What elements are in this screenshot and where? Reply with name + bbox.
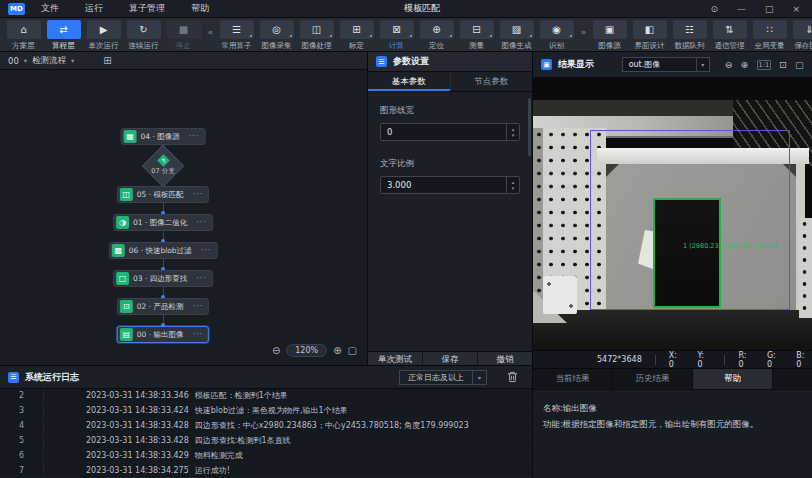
- log-row[interactable]: 22023-03-31 14:38:33.346模板匹配：检测到1个结果: [0, 389, 532, 404]
- theme-icon[interactable]: ⊙: [710, 4, 718, 14]
- zoom-level[interactable]: 120%: [286, 344, 327, 357]
- node-more-icon[interactable]: ···: [196, 218, 207, 227]
- log-panel-icon: ☰: [8, 372, 19, 383]
- result-panel-icon: ▣: [541, 59, 552, 70]
- toolbar-recognition[interactable]: ◉识别: [537, 20, 576, 51]
- binarization-node-icon: ◑: [116, 216, 129, 229]
- toolbar-collapse[interactable]: «: [204, 20, 217, 43]
- titlebar: MD 文件 运行 算子管理 帮助 模板匹配 ⊙ — □ ×: [0, 0, 812, 18]
- toolbar-run-once[interactable]: ▶单次运行: [84, 20, 123, 51]
- data-queue-icon: ☷: [685, 24, 694, 35]
- toolbar-measure[interactable]: ⊟测量: [457, 20, 496, 51]
- toolbar-scheme-layer[interactable]: ⌂方案层: [4, 20, 43, 51]
- toolbar-ui-design[interactable]: ◧界面设计: [630, 20, 669, 51]
- clear-log-trash-icon[interactable]: [507, 371, 518, 383]
- log-row[interactable]: 42023-03-31 14:38:33.428四边形查找：中心x2980.23…: [0, 419, 532, 434]
- toolbar-locate[interactable]: ⊕定位: [417, 20, 456, 51]
- fit-view-icon[interactable]: ⊡: [779, 59, 787, 70]
- log-title: 系统运行日志: [25, 371, 79, 384]
- communication-icon: ⇅: [725, 24, 733, 35]
- node-binarization[interactable]: ◑ 01 · 图像二值化 ···: [113, 214, 213, 231]
- flow-name[interactable]: 检测流程: [32, 55, 66, 67]
- output-image-node-icon: ▤: [120, 328, 133, 341]
- toolbar-image-processing[interactable]: ◫图像处理: [297, 20, 336, 51]
- add-flow-icon[interactable]: ⊞: [103, 55, 111, 66]
- node-more-icon[interactable]: ···: [193, 190, 204, 199]
- log-rows: 22023-03-31 14:38:33.346模板匹配：检测到1个结果 320…: [0, 389, 532, 478]
- log-row[interactable]: 32023-03-31 14:38:33.424快速blob过滤：黑色视为物件,…: [0, 404, 532, 419]
- toolbar: ⌂方案层 ⇄算程层 ▶单次运行 ↻连续运行 ■停止 « ☰常用算子 ◎图像采集 …: [0, 18, 812, 52]
- node-image-source[interactable]: ▦ 04 · 图像源 ···: [121, 128, 206, 145]
- toolbar-image-generation[interactable]: ▨图像生成: [497, 20, 536, 51]
- toolbar-communication[interactable]: ⇅通信管理: [710, 20, 749, 51]
- log-row[interactable]: 72023-03-31 14:38:34.275运行成功!: [0, 463, 532, 478]
- zoom-in-icon[interactable]: ⊕: [333, 345, 341, 356]
- toolbar-global-variables[interactable]: ∷全局变量: [750, 20, 789, 51]
- toolbar-process-layer[interactable]: ⇄算程层: [44, 20, 83, 51]
- tab-basic-params[interactable]: 基本参数: [368, 72, 450, 91]
- roi-outline-rect: [590, 130, 790, 310]
- tab-history-result[interactable]: 历史结果: [613, 369, 693, 389]
- zoom-out-icon[interactable]: ⊖: [272, 345, 280, 356]
- menu-operator-manage[interactable]: 算子管理: [129, 2, 165, 15]
- image-acquisition-icon: ◎: [272, 24, 281, 35]
- node-more-icon[interactable]: ···: [189, 132, 200, 141]
- node-more-icon[interactable]: ···: [201, 246, 212, 255]
- recognition-icon: ◉: [552, 24, 561, 35]
- zoom-in-icon[interactable]: ⊕: [741, 59, 749, 70]
- log-row[interactable]: 62023-03-31 14:38:33.429物料检测完成: [0, 449, 532, 464]
- toolbar-image-acquisition[interactable]: ◎图像采集: [257, 20, 296, 51]
- param-body: 图形线宽 0 ▴▾ 文字比例 3.000 ▴▾: [368, 92, 532, 198]
- toolbar-save-image[interactable]: ⇓保存图像: [790, 20, 812, 51]
- run-continuous-icon: ↻: [139, 24, 147, 35]
- spinner-down-icon: ▾: [512, 185, 515, 191]
- param-tabs: 基本参数 节点参数: [368, 72, 532, 92]
- node-branch[interactable]: ↰ 07 分支: [143, 146, 183, 186]
- toolbar-calibration[interactable]: ⊞标定: [337, 20, 376, 51]
- node-quad-find[interactable]: □ 03 · 四边形查找 ···: [113, 270, 213, 287]
- toolbar-common-operators[interactable]: ☰常用算子: [217, 20, 256, 51]
- help-function: 功能:根据指定图像和指定图元，输出绘制有图元的图像。: [543, 416, 802, 432]
- result-image[interactable]: 1 (2980.23, 2453.78) 179.99: [533, 78, 812, 350]
- log-panel: ☰ 系统运行日志 正常日志及以上 ▾ 22023-03-31 14:38:33.…: [0, 365, 533, 478]
- one-to-one-icon[interactable]: 1:1: [757, 60, 771, 70]
- node-more-icon[interactable]: ···: [193, 302, 204, 311]
- close-icon[interactable]: ×: [792, 4, 800, 14]
- node-product-detect[interactable]: ⊡ 02 · 产品检测 ···: [117, 298, 209, 315]
- node-more-icon[interactable]: ···: [196, 274, 207, 283]
- tab-help[interactable]: 帮助: [693, 369, 773, 389]
- toolbar-run-continuous[interactable]: ↻连续运行: [124, 20, 163, 51]
- toolbar-stop: ■停止: [164, 20, 203, 51]
- log-row[interactable]: 52023-03-31 14:38:33.428四边形查找:检测到1条直线: [0, 434, 532, 449]
- menu-help[interactable]: 帮助: [191, 2, 209, 15]
- tab-node-params[interactable]: 节点参数: [450, 72, 533, 91]
- tab-current-result[interactable]: 当前结果: [533, 369, 613, 389]
- flow-canvas[interactable]: ▦ 04 · 图像源 ··· ↰ 07 分支 ◫ 05 · 模板匹配 ··· ◑…: [0, 70, 367, 365]
- spinner-down-icon: ▾: [512, 132, 515, 138]
- fullscreen-icon[interactable]: ▢: [795, 59, 804, 70]
- minimize-icon[interactable]: —: [737, 4, 746, 14]
- toolbar-image-source[interactable]: ▣图像源: [590, 20, 629, 51]
- node-more-icon[interactable]: ···: [193, 330, 204, 339]
- toolbar-calculate[interactable]: ⊠计算: [377, 20, 416, 51]
- menu-run[interactable]: 运行: [85, 2, 103, 15]
- flow-index[interactable]: 00: [8, 56, 19, 66]
- text-scale-field[interactable]: 3.000 ▴▾: [380, 176, 520, 194]
- line-width-stepper[interactable]: ▴▾: [506, 124, 519, 140]
- toolbar-expand[interactable]: »: [577, 20, 590, 43]
- node-output-image[interactable]: ▤ 00 · 输出图像 ···: [117, 326, 209, 343]
- pixel-b: B: 0: [796, 351, 812, 369]
- node-template-match[interactable]: ◫ 05 · 模板匹配 ···: [117, 186, 209, 203]
- line-width-field[interactable]: 0 ▴▾: [380, 123, 520, 141]
- result-source-dropdown[interactable]: out.图像 ▾: [622, 57, 710, 72]
- zoom-out-icon[interactable]: ⊖: [725, 59, 733, 70]
- maximize-icon[interactable]: □: [765, 4, 774, 14]
- node-blob-filter[interactable]: ▩ 06 · 快速blob过滤 ···: [109, 242, 218, 259]
- text-scale-stepper[interactable]: ▴▾: [506, 177, 519, 193]
- help-name: 名称:输出图像: [543, 400, 802, 416]
- log-level-dropdown[interactable]: 正常日志及以上 ▾: [399, 370, 487, 385]
- param-scrollbar[interactable]: [528, 98, 531, 156]
- fit-canvas-icon[interactable]: ▢: [348, 345, 357, 356]
- menu-file[interactable]: 文件: [41, 2, 59, 15]
- toolbar-data-queue[interactable]: ☷数据队列: [670, 20, 709, 51]
